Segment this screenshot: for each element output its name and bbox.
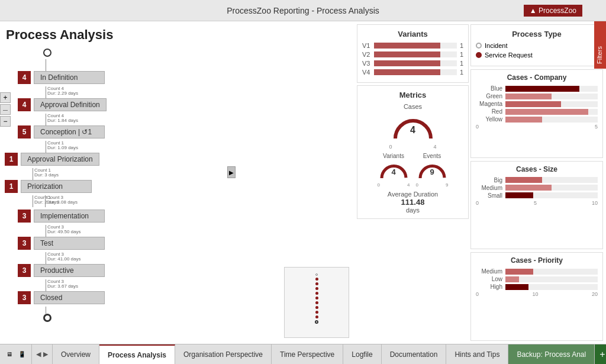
events-value: 9 [430,167,434,176]
flow-box: Priorization [21,180,92,193]
mini-dot [315,282,318,285]
connector-6a: Count 1Dur: 2 days [33,195,33,207]
tab-organisation-perspective[interactable]: Organisation Perspective [175,344,272,364]
window-title: ProcessZoo Reporting - Process Analysis [227,6,379,15]
tab-documentation[interactable]: Documentation [382,344,447,364]
flow-badge: 4 [18,98,31,111]
flow-badge: 4 [18,71,31,84]
end-node [43,314,51,322]
cases-label: Cases [404,103,422,110]
radio-incident[interactable]: Incident [476,42,598,49]
bar-low-priority: Low [476,276,598,282]
tab-icon-area: 🖥 📱 [0,344,32,364]
flow-item-approval-definition[interactable]: 4 Approval Definition [18,98,349,111]
left-panel: Process Analysis + — − 4 In Definition C… [0,21,355,344]
flow-item-priorization[interactable]: 1 Priorization [5,180,349,193]
monitor-icon[interactable]: 🖥 [5,350,14,359]
tab-process-analysis[interactable]: Process Analysis [99,344,175,364]
mini-dot [315,287,318,290]
radio-icon-service-request [476,52,482,58]
tab-backup[interactable]: Backup: Process Anal [508,344,595,364]
radio-label-incident: Incident [485,42,508,49]
bar-green: Green [476,93,598,99]
main-content: Process Analysis + — − 4 In Definition C… [0,21,606,344]
mini-dot [315,297,318,299]
filters-tab[interactable]: Filters [594,21,606,69]
flow-box: In Definition [34,71,105,84]
center-panel: Variants V1 1 V2 1 V3 1 V4 1 [355,21,470,344]
events-gauge: Events 9 09 [416,153,449,188]
mini-end [315,320,318,324]
variants-title: Variants [362,30,463,38]
connector-6b: Count 3Dur: 3.08 days [45,195,46,207]
zoom-reset-button[interactable]: — [0,104,11,115]
radio-label-service-request: Service Request [485,51,533,59]
avg-duration-unit: days [388,207,438,214]
connector-8: Count 3Dur: 41.00 days [46,252,46,264]
variants-gauge: Variants 4 04 [378,153,410,188]
variants-gauge-label: Variants [383,153,404,159]
variants-section: Variants V1 1 V2 1 V3 1 V4 1 [357,24,469,83]
connector-3: Count 4Dur: 1.84 days [46,114,46,125]
connector-2: Count 4Dur: 2.29 days [46,86,46,98]
variant-v2: V2 1 [362,51,463,58]
variant-v4: V4 1 [362,69,463,76]
cases-company-section: Cases - Company Blue Green Magenta Red Y… [470,69,603,158]
variant-v1: V1 1 [362,42,463,49]
radio-service-request[interactable]: Service Request [476,51,598,59]
cases-size-title: Cases - Size [476,165,598,173]
tab-time-perspective[interactable]: Time Perspective [272,344,343,364]
variants-value: 4 [391,167,395,176]
mini-dot [315,278,318,281]
bar-medium: Medium [476,185,598,191]
process-type-title: Process Type [476,30,598,38]
nav-arrows: ◀ ▶ [32,344,53,364]
zoom-in-button[interactable]: + [0,92,11,103]
cases-value: 4 [410,125,415,136]
bar-blue: Blue [476,85,598,92]
connector-7: Count 3Dur: 49.50 days [46,225,46,237]
right-panel: Process Type Incident Service Request Ca… [470,21,606,344]
bar-medium-priority: Medium [476,268,598,275]
tab-logfile[interactable]: Logfile [343,344,381,364]
mini-thumbnail [284,267,349,338]
tab-hints-and-tips[interactable]: Hints and Tips [446,344,508,364]
flow-box: Productive [34,264,105,277]
connector-9: Count 3Dur: 3.67 days [46,279,46,291]
add-tab-button[interactable]: + [595,344,606,364]
nav-prev-button[interactable]: ◀ [35,350,42,358]
variants-events-gauges: Variants 4 04 Events [378,153,449,188]
processzoo-button[interactable]: ▲ ProcessZoo [524,5,582,17]
connector-4: Count 1Dur: 1.09 days [46,141,46,153]
flow-box: Test [34,237,105,250]
flow-item-approval-priorization[interactable]: 1 Approval Priorization [5,153,349,166]
flow-badge: 3 [18,237,31,250]
start-node [43,49,51,57]
flow-item-implementation[interactable]: 3 Implementation [18,210,349,223]
tablet-icon[interactable]: 📱 [17,350,27,359]
tab-overview[interactable]: Overview [53,344,99,364]
bar-yellow: Yellow [476,116,598,123]
flow-badge: 3 [18,210,31,223]
avg-duration-label: Average Duration [388,191,438,198]
flow-box: Closed [34,291,105,304]
page-title: Process Analysis [6,27,349,43]
expand-arrow-button[interactable]: ▶ [227,166,236,178]
flow-item-conception[interactable]: 5 Conception | ↺1 [18,125,349,138]
bar-small: Small [476,192,598,199]
bar-big: Big [476,177,598,183]
flow-box: Approval Definition [34,98,107,111]
flow-item-in-definition[interactable]: 4 In Definition [18,71,349,84]
flow-box: Implementation [34,210,105,223]
mini-dot [315,301,318,304]
mini-dot [315,292,318,295]
flow-badge: 3 [18,264,31,277]
flow-badge: 1 [5,180,18,193]
zoom-out-button[interactable]: − [0,116,11,127]
cases-priority-section: Cases - Priority Medium Low High 01020 [470,252,603,341]
axis-company: 05 [476,124,598,130]
events-gauge-label: Events [423,153,441,159]
flow-item-test[interactable]: 3 Test [18,237,349,250]
nav-next-button[interactable]: ▶ [42,350,49,358]
metrics-title: Metrics [362,91,463,99]
